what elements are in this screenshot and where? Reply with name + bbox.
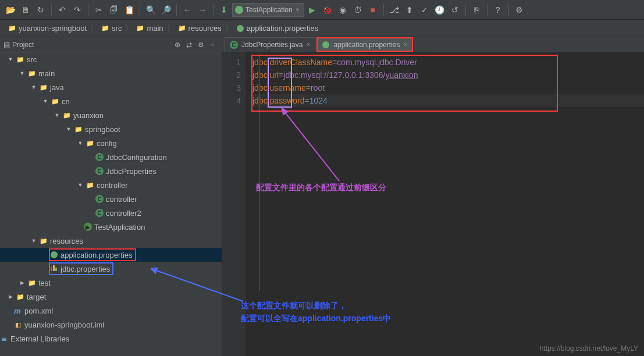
project-header: ▤ Project ⊕ ⇄ ⚙ − <box>0 37 222 52</box>
open-icon[interactable]: 📂 <box>3 3 17 17</box>
copy-icon[interactable]: 🗐 <box>107 3 121 17</box>
tree-node-resources[interactable]: ▼📁resources <box>0 234 222 248</box>
expand-icon: ▼ <box>65 126 72 132</box>
expand-icon: ▼ <box>30 238 37 244</box>
coverage-icon[interactable]: ◉ <box>336 3 350 17</box>
replace-icon[interactable]: 🔎 <box>159 3 173 17</box>
tree-node-application-properties[interactable]: application.properties <box>0 248 222 262</box>
revert-icon[interactable]: ↺ <box>448 3 462 17</box>
back-icon[interactable]: ← <box>180 3 194 17</box>
tree-node-pom[interactable]: mpom.xml <box>0 304 222 318</box>
tree-label: main <box>38 69 55 78</box>
find-icon[interactable]: 🔍 <box>144 3 158 17</box>
cut-icon[interactable]: ✂ <box>92 3 106 17</box>
tree-node-main[interactable]: ▼📁main <box>0 66 222 80</box>
expand-icon: ▼ <box>77 140 84 146</box>
breadcrumb-label: main <box>147 24 163 33</box>
tree-node-controller-class[interactable]: Ccontroller <box>0 192 222 206</box>
sync-icon[interactable]: ↻ <box>34 3 48 17</box>
svg-point-5 <box>322 41 329 48</box>
tree-node-controller[interactable]: ▼📁controller <box>0 178 222 192</box>
breadcrumb-main[interactable]: 📁main <box>133 24 166 33</box>
redo-icon[interactable]: ↷ <box>70 3 84 17</box>
build-icon[interactable]: ⬇ <box>217 3 231 17</box>
collapse-icon[interactable]: ⊕ <box>172 39 183 51</box>
springboot-icon <box>322 41 330 49</box>
separator <box>140 4 140 16</box>
tree-node-springboot[interactable]: ▼📁springboot <box>0 122 222 136</box>
close-icon[interactable]: × <box>306 41 310 49</box>
maven-icon: m <box>14 307 22 315</box>
tree-label: controller2 <box>106 209 141 218</box>
tree-node-yuanxion[interactable]: ▼📁yuanxion <box>0 108 222 122</box>
annotation-line: 这个配置文件就可以删除了， <box>241 299 391 312</box>
breadcrumb-resources[interactable]: 📁resources <box>175 24 225 33</box>
expand-icon: ▼ <box>7 56 14 62</box>
tree-label: cn <box>62 97 70 106</box>
forward-icon[interactable]: → <box>195 3 209 17</box>
tree-node-jdbcconfiguration[interactable]: CJdbcConfiguration <box>0 150 222 164</box>
project-title: Project <box>12 41 34 49</box>
chevron-right-icon: 〉 <box>90 23 98 34</box>
update-icon[interactable]: ⬆ <box>403 3 417 17</box>
expand-icon: ▼ <box>54 112 61 118</box>
tree-node-external-libraries[interactable]: 𝌆External Libraries <box>0 332 222 346</box>
undo-icon[interactable]: ↶ <box>55 3 69 17</box>
help-icon[interactable]: ? <box>491 3 505 17</box>
tree-node-iml[interactable]: ◧yuanxion-springboot.iml <box>0 318 222 332</box>
tab-jdbcproperties[interactable]: CJdbcProperties.java× <box>225 37 315 52</box>
chevron-down-icon: ▼ <box>295 7 300 13</box>
save-all-icon[interactable]: 🗎 <box>19 3 33 17</box>
tree-node-src[interactable]: ▼📁src <box>0 52 222 66</box>
settings-icon[interactable]: ⚙ <box>195 39 207 51</box>
close-icon[interactable]: × <box>403 41 407 49</box>
project-sidebar: ▤ Project ⊕ ⇄ ⚙ − ▼📁src ▼📁main ▼📁java ▼📁… <box>0 37 222 356</box>
run-config-label: TestApplication <box>245 6 293 14</box>
tree-label: springboot <box>85 125 120 134</box>
vcs-icon[interactable]: ⎇ <box>387 3 401 17</box>
svg-line-7 <box>155 270 243 301</box>
profile-icon[interactable]: ⏱ <box>351 3 365 17</box>
tree-label: target <box>27 293 46 301</box>
hide-icon[interactable]: − <box>207 39 218 51</box>
tree-label: test <box>38 279 51 287</box>
tree-node-cn[interactable]: ▼📁cn <box>0 94 222 108</box>
package-icon: 📁 <box>86 139 94 147</box>
separator <box>508 4 509 16</box>
tree-node-java[interactable]: ▼📁java <box>0 80 222 94</box>
class-icon: C <box>95 209 104 217</box>
annotation-arrow-purple <box>281 108 344 184</box>
project-tool-icon: ▤ <box>3 41 10 49</box>
debug-icon[interactable]: 🐞 <box>321 3 335 17</box>
breadcrumb-src[interactable]: 📁src <box>98 24 125 33</box>
run-icon[interactable]: ▶ <box>305 3 319 17</box>
structure-icon[interactable]: ⎘ <box>469 3 483 17</box>
run-config-select[interactable]: TestApplication ▼ <box>232 3 304 17</box>
svg-rect-3 <box>53 265 55 271</box>
idea-icon: ◧ <box>14 321 22 329</box>
folder-icon: 📁 <box>136 24 144 33</box>
commit-icon[interactable]: ✓ <box>418 3 432 17</box>
tree-node-controller2-class[interactable]: Ccontroller2 <box>0 206 222 220</box>
tree-node-jdbcproperties[interactable]: CJdbcProperties <box>0 164 222 178</box>
expand-icon: ▼ <box>19 70 26 76</box>
select-opened-icon[interactable]: ⇄ <box>183 39 195 51</box>
history-icon[interactable]: 🕘 <box>433 3 447 17</box>
folder-icon: 📁 <box>8 24 16 33</box>
breadcrumb-file[interactable]: application.properties <box>233 24 322 33</box>
breadcrumb-label: src <box>112 24 122 33</box>
line-number: 2 <box>222 69 241 81</box>
stop-icon[interactable]: ■ <box>366 3 380 17</box>
line-number: 3 <box>222 81 241 94</box>
tree-label: jdbc.properties <box>61 265 110 273</box>
separator <box>383 4 384 16</box>
class-icon: ▶ <box>84 223 92 231</box>
maven-icon[interactable]: ⚙ <box>513 3 526 17</box>
tree-node-config[interactable]: ▼📁config <box>0 136 222 150</box>
paste-icon[interactable]: 📋 <box>122 3 136 17</box>
breadcrumb-project[interactable]: 📁yuanxion-springboot <box>5 24 90 33</box>
tree-node-testapplication[interactable]: ▶TestApplication <box>0 220 222 234</box>
fold-line <box>259 54 260 291</box>
folder-icon: 📁 <box>16 293 24 301</box>
tab-application-properties[interactable]: application.properties× <box>316 37 412 52</box>
